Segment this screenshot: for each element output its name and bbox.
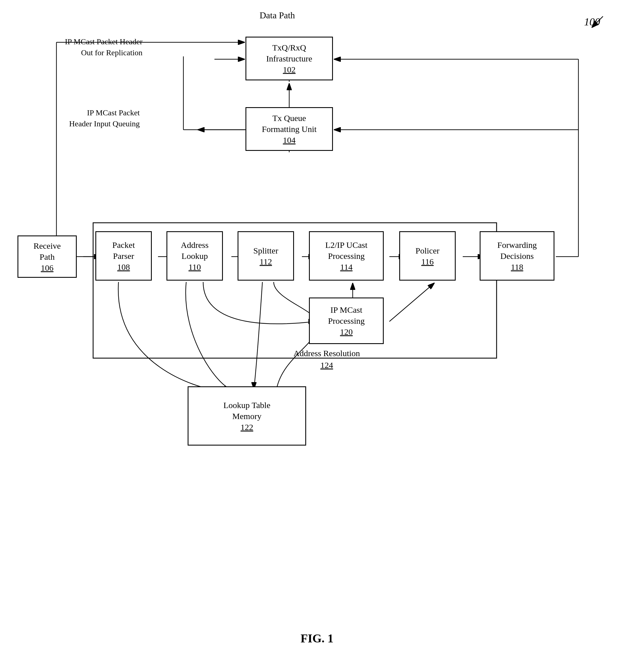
lookup-table-number: 122 <box>241 422 253 433</box>
ip-mcast-out-label: IP MCast Packet HeaderOut for Replicatio… <box>65 36 142 58</box>
figure-label: FIG. 1 <box>301 632 333 645</box>
ip-mcast-processing-number: 120 <box>340 326 353 337</box>
receive-path-number: 106 <box>41 262 54 273</box>
ip-mcast-processing-box: IP MCastProcessing 120 <box>309 297 384 344</box>
txq-rxq-box: TxQ/RxQInfrastructure 102 <box>245 37 333 80</box>
splitter-label: Splitter <box>253 245 278 256</box>
policer-label: Policer <box>416 245 440 256</box>
diagram: 100 Data Path IP MCast Packet HeaderOut … <box>0 0 634 672</box>
svg-line-20 <box>390 283 435 321</box>
lookup-table-label: Lookup TableMemory <box>224 400 270 422</box>
address-lookup-number: 110 <box>188 261 201 272</box>
txq-rxq-number: 102 <box>283 64 296 75</box>
receive-path-label: ReceivePath <box>33 240 61 262</box>
forwarding-decisions-box: ForwardingDecisions 118 <box>480 231 555 281</box>
l2-ip-ucast-label: L2/IP UCastProcessing <box>325 239 368 261</box>
address-resolution-label: Address Resolution124 <box>293 347 360 371</box>
packet-parser-number: 108 <box>117 261 130 272</box>
ip-mcast-processing-label: IP MCastProcessing <box>328 304 365 326</box>
tx-queue-number: 104 <box>283 135 296 145</box>
tx-queue-label: Tx QueueFormatting Unit <box>262 113 316 135</box>
data-path-label: Data Path <box>260 9 295 22</box>
tx-queue-box: Tx QueueFormatting Unit 104 <box>245 107 333 151</box>
l2-ip-ucast-number: 114 <box>340 261 353 272</box>
policer-box: Policer 116 <box>399 231 456 281</box>
splitter-number: 112 <box>260 256 272 267</box>
lookup-table-box: Lookup TableMemory 122 <box>188 386 306 446</box>
number-arrow <box>586 14 609 30</box>
address-lookup-box: AddressLookup 110 <box>166 231 223 281</box>
policer-number: 116 <box>421 256 434 267</box>
forwarding-decisions-label: ForwardingDecisions <box>497 239 537 261</box>
txq-rxq-label: TxQ/RxQInfrastructure <box>266 42 312 64</box>
address-lookup-label: AddressLookup <box>181 239 209 261</box>
receive-path-box: ReceivePath 106 <box>18 236 77 278</box>
packet-parser-label: PacketParser <box>112 239 135 261</box>
packet-parser-box: PacketParser 108 <box>95 231 152 281</box>
ip-mcast-in-label: IP MCast PacketHeader Input Queuing <box>69 107 140 129</box>
splitter-box: Splitter 112 <box>238 231 294 281</box>
forwarding-decisions-number: 118 <box>511 261 523 272</box>
l2-ip-ucast-box: L2/IP UCastProcessing 114 <box>309 231 384 281</box>
